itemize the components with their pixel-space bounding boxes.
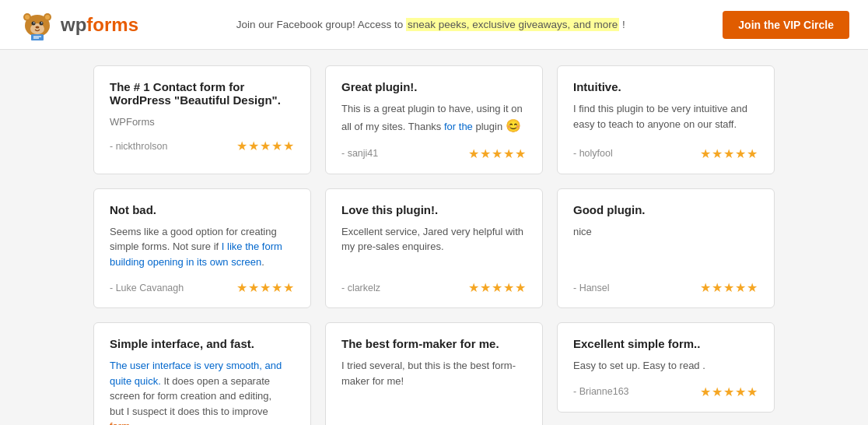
- review-subtitle: WPForms: [110, 116, 295, 128]
- svg-point-2: [25, 15, 30, 19]
- facebook-text-pre: Join our Facebook group! Access to: [236, 19, 406, 30]
- reviewer-name: - clarkelz: [341, 283, 380, 293]
- star-rating: ★★★★★: [700, 280, 758, 295]
- review-footer: - holyfool ★★★★★: [573, 146, 758, 161]
- review-footer: - Luke Cavanagh ★★★★★: [110, 280, 295, 295]
- star-rating: ★★★★★: [700, 385, 758, 399]
- logo-text: wpforms: [61, 14, 138, 36]
- review-body: nice: [573, 224, 758, 270]
- reviews-grid: The # 1 Contact form for WordPress "Beau…: [93, 65, 775, 425]
- review-card: Love this plugin!. Excellent service, Ja…: [325, 188, 543, 309]
- review-title: Good plugin.: [573, 203, 758, 216]
- review-title: Love this plugin!.: [341, 203, 527, 216]
- svg-point-7: [40, 21, 44, 25]
- facebook-text-post: !: [622, 19, 625, 30]
- header-facebook-message: Join our Facebook group! Access to sneak…: [138, 19, 723, 30]
- review-body: Easy to set up. Easy to read .: [573, 358, 758, 374]
- reviewer-name: - Brianne163: [573, 386, 629, 397]
- review-card: Good plugin. nice - Hansel ★★★★★: [557, 188, 775, 309]
- review-title: Not bad.: [110, 203, 295, 216]
- reviewer-name: - sanji41: [341, 148, 378, 159]
- review-footer: - Brianne163 ★★★★★: [573, 385, 758, 399]
- review-card: Not bad. Seems like a good option for cr…: [93, 188, 311, 309]
- right-column-bottom: Excellent simple form.. Easy to set up. …: [557, 322, 775, 425]
- review-title: Excellent simple form..: [573, 337, 758, 350]
- review-card: The best form-maker for me. I tried seve…: [325, 322, 543, 425]
- reviewer-name: - Hansel: [573, 283, 610, 293]
- svg-point-4: [45, 15, 50, 19]
- facebook-highlight: sneak peeks, exclusive giveaways, and mo…: [406, 18, 619, 31]
- review-title: The best form-maker for me.: [341, 337, 527, 350]
- review-body: Seems like a good option for creating si…: [110, 224, 295, 270]
- review-title: Simple interface, and fast.: [110, 337, 295, 350]
- review-footer: - clarkelz ★★★★★: [341, 280, 527, 295]
- reviewer-name: - holyfool: [573, 148, 613, 159]
- review-card: Great plugin!. This is a great plugin to…: [325, 65, 543, 174]
- svg-point-10: [36, 26, 40, 28]
- star-rating: ★★★★★: [236, 280, 295, 295]
- svg-point-8: [33, 22, 35, 23]
- star-rating: ★★★★★: [468, 280, 527, 295]
- svg-point-9: [41, 22, 43, 23]
- star-rating: ★★★★★: [700, 146, 758, 161]
- svg-rect-11: [31, 34, 44, 40]
- review-card: Intuitive. I find this plugin to be very…: [557, 65, 775, 174]
- review-card: The # 1 Contact form for WordPress "Beau…: [93, 65, 311, 174]
- review-body: I find this plugin to be very intuitive …: [573, 101, 758, 135]
- review-card: Simple interface, and fast. The user int…: [93, 322, 311, 425]
- header: wpforms Join our Facebook group! Access …: [0, 0, 868, 50]
- review-body: The user interface is very smooth, and q…: [110, 358, 295, 425]
- review-title: Great plugin!.: [341, 80, 527, 93]
- reviewer-name: - nickthrolson: [110, 141, 167, 152]
- review-body: This is a great plugin to have, using it…: [341, 101, 527, 135]
- review-title: Intuitive.: [573, 80, 758, 93]
- review-footer: - Hansel ★★★★★: [573, 280, 758, 295]
- logo-bear-icon: [19, 9, 56, 41]
- star-rating: ★★★★★: [468, 146, 527, 161]
- review-body: Excellent service, Jared very helpful wi…: [341, 224, 527, 270]
- main-content: The # 1 Contact form for WordPress "Beau…: [0, 50, 868, 425]
- logo-area: wpforms: [19, 9, 138, 41]
- review-footer: - nickthrolson ★★★★★: [110, 139, 295, 153]
- svg-point-6: [32, 21, 36, 25]
- review-body: I tried several, but this is the best fo…: [341, 358, 527, 425]
- reviewer-name: - Luke Cavanagh: [110, 283, 184, 293]
- review-footer: - sanji41 ★★★★★: [341, 146, 527, 161]
- review-title: The # 1 Contact form for WordPress "Beau…: [110, 80, 295, 107]
- review-card: Excellent simple form.. Easy to set up. …: [557, 322, 775, 413]
- star-rating: ★★★★★: [236, 139, 295, 153]
- vip-circle-button[interactable]: Join the VIP Circle: [723, 11, 849, 39]
